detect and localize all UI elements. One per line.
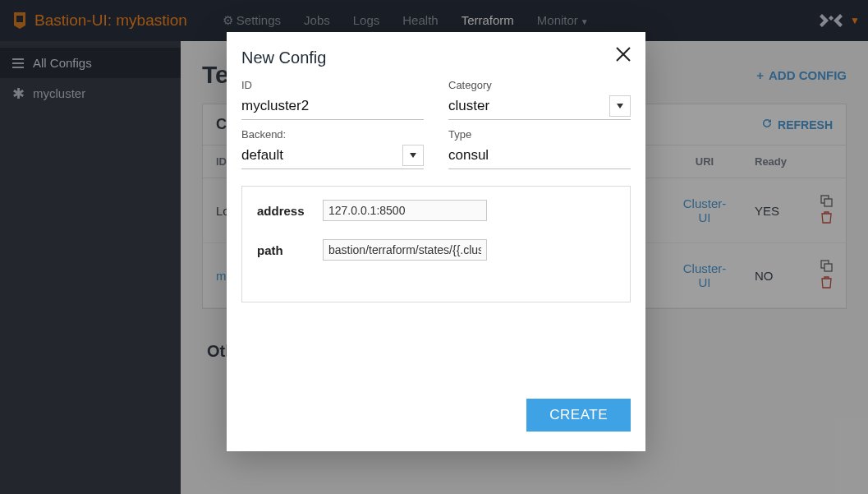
category-dropdown-button[interactable]: [609, 95, 631, 117]
input-type[interactable]: consul: [448, 144, 631, 169]
field-backend: Backend: default: [241, 128, 424, 169]
field-type: Type consul: [448, 128, 631, 169]
label-id: ID: [241, 79, 424, 91]
select-category[interactable]: cluster: [448, 95, 631, 120]
create-button[interactable]: CREATE: [526, 399, 631, 432]
label-address: address: [257, 204, 308, 218]
backend-dropdown-button[interactable]: [402, 145, 424, 166]
input-address[interactable]: [323, 200, 487, 221]
input-path[interactable]: [323, 239, 487, 261]
backend-params-box: address path: [241, 186, 631, 302]
label-backend: Backend:: [241, 128, 424, 141]
select-backend[interactable]: default: [241, 144, 424, 169]
label-type: Type: [448, 128, 631, 141]
modal-title: New Config: [241, 48, 631, 67]
new-config-modal: New Config ID mycluster2 Category cluste…: [227, 32, 645, 451]
label-path: path: [257, 243, 308, 257]
label-category: Category: [448, 79, 631, 91]
field-category: Category cluster: [448, 79, 631, 120]
close-icon[interactable]: [614, 45, 632, 66]
input-id[interactable]: mycluster2: [241, 95, 424, 120]
field-id: ID mycluster2: [241, 79, 424, 120]
